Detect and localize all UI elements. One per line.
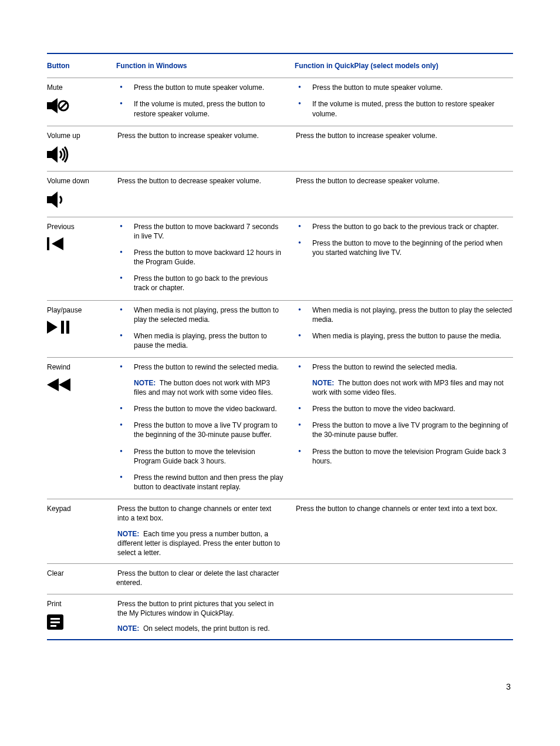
note-label: NOTE: (117, 624, 139, 633)
table-row: Rewind Press the button to rewind the se… (47, 357, 513, 499)
mute-icon (47, 98, 112, 116)
table-row: Clear Press the button to clear or delet… (47, 563, 513, 593)
list-item: Press the button to rewind the selected … (295, 362, 513, 397)
list-item: Press the button to move backward 7 seco… (116, 222, 284, 241)
button-label-clear: Clear (47, 569, 112, 578)
note: NOTE: Each time you press a number butto… (116, 529, 284, 558)
table-header-row: Button Function in Windows Function in Q… (47, 54, 513, 78)
header-quickplay: Function in QuickPlay (select models onl… (295, 61, 513, 70)
button-function-table: Button Function in Windows Function in Q… (47, 53, 513, 640)
svg-marker-10 (47, 378, 59, 391)
list-item: Press the button to move a live TV progr… (295, 421, 513, 439)
cell-text: Press the button to increase speaker vol… (116, 132, 259, 140)
cell-text: Press the button to print pictures that … (116, 599, 284, 618)
print-icon (47, 614, 112, 632)
list-item: If the volume is muted, press the button… (116, 99, 284, 118)
svg-line-2 (60, 102, 67, 109)
button-label-previous: Previous (47, 222, 112, 231)
cell-text: Press the button to decrease speaker vol… (295, 177, 440, 185)
list-item: If the volume is muted, press the button… (295, 99, 513, 118)
svg-rect-9 (66, 321, 69, 334)
button-label-mute: Mute (47, 83, 112, 92)
volume-up-icon (47, 146, 112, 165)
button-label-print: Print (47, 599, 112, 609)
table-row: Keypad Press the button to change channe… (47, 499, 513, 563)
table-row: Print Press the button to print pictures… (47, 594, 513, 640)
play-pause-icon (47, 321, 112, 336)
bullet-text: Press the button to rewind the selected … (312, 363, 457, 371)
svg-marker-11 (59, 378, 70, 391)
list-item: Press the button to go back to the previ… (295, 222, 513, 231)
svg-marker-6 (52, 237, 63, 250)
table-row: Volume down Press the button to decrease… (47, 171, 513, 216)
cell-text: Press the button to increase speaker vol… (295, 132, 437, 140)
cell-text: Press the button to change channels or e… (116, 504, 284, 523)
list-item: Press the button to rewind the selected … (116, 362, 284, 397)
rewind-icon (47, 378, 112, 394)
table-row: Play/pause When media is not playing, pr… (47, 300, 513, 358)
note-text: Each time you press a number button, a d… (117, 530, 280, 557)
button-label-volume-down: Volume down (47, 176, 112, 186)
button-label-play-pause: Play/pause (47, 305, 112, 315)
note-label: NOTE: (134, 379, 156, 387)
cell-text: Press the button to clear or delete the … (116, 569, 279, 587)
list-item: Press the button to move the video backw… (116, 404, 284, 414)
list-item: When media is not playing, press the but… (116, 305, 284, 324)
bullet-text: Press the button to rewind the selected … (134, 363, 279, 371)
list-item: Press the button to move backward 12 hou… (116, 248, 284, 267)
list-item: When media is playing, press the button … (295, 331, 513, 341)
list-item: Press the rewind button and then press t… (116, 473, 284, 492)
note: NOTE: The button does not work with MP3 … (134, 378, 284, 397)
note: NOTE: On select models, the print button… (116, 624, 284, 633)
note-label: NOTE: (312, 379, 334, 387)
note-text: The button does not work with MP3 files … (312, 379, 504, 396)
list-item: Press the button to go back to the previ… (116, 274, 284, 293)
list-item: Press the button to move to the beginnin… (295, 238, 513, 257)
button-label-rewind: Rewind (47, 362, 112, 372)
button-label-volume-up: Volume up (47, 131, 112, 140)
svg-rect-8 (61, 321, 64, 334)
list-item: Press the button to move the video backw… (295, 404, 513, 414)
svg-rect-13 (50, 618, 60, 620)
svg-rect-5 (47, 237, 49, 250)
svg-marker-0 (47, 98, 58, 113)
list-item: Press the button to mute speaker volume. (295, 83, 513, 92)
list-item: When media is playing, press the button … (116, 331, 284, 350)
list-item: Press the button to move a live TV progr… (116, 421, 284, 439)
svg-marker-4 (47, 191, 58, 208)
header-button: Button (47, 61, 116, 70)
list-item: Press the button to move the television … (116, 447, 284, 466)
cell-text: Press the button to change channels or e… (295, 505, 498, 513)
volume-down-icon (47, 191, 112, 210)
svg-rect-15 (50, 625, 56, 627)
page-number: 3 (47, 681, 513, 693)
svg-marker-7 (47, 321, 58, 334)
previous-track-icon (47, 237, 112, 253)
table-row: Mute Press the button to mute speaker vo… (47, 78, 513, 126)
note-label: NOTE: (117, 530, 139, 538)
list-item: When media is not playing, press the but… (295, 305, 513, 324)
table-row: Previous Press the button to move backwa… (47, 217, 513, 300)
svg-marker-3 (47, 146, 58, 163)
note-text: On select models, the print button is re… (143, 624, 269, 633)
button-label-keypad: Keypad (47, 504, 112, 513)
cell-text: Press the button to decrease speaker vol… (116, 177, 261, 185)
svg-rect-14 (50, 621, 60, 623)
table-row: Volume up Press the button to increase s… (47, 126, 513, 171)
list-item: Press the button to mute speaker volume. (116, 83, 284, 92)
note: NOTE: The button does not work with MP3 … (312, 378, 513, 397)
header-windows: Function in Windows (116, 61, 295, 70)
list-item: Press the button to move the television … (295, 447, 513, 466)
